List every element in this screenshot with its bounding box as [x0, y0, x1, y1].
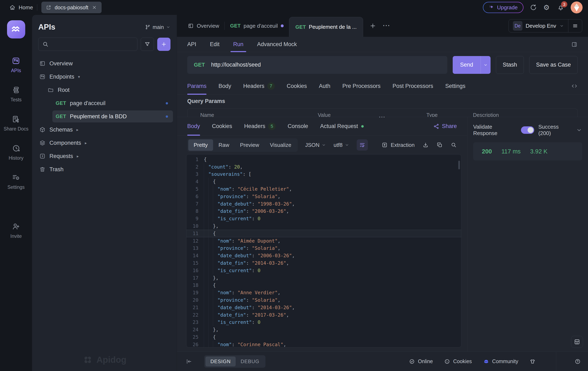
mode-visualize[interactable]: Visualize [264, 139, 297, 151]
code-line[interactable]: 13"province": "Solaria", [186, 245, 461, 252]
code-line[interactable]: 26"nom": "Corinne Pascal", [186, 341, 461, 347]
code-line[interactable]: 2"count": 20, [186, 163, 461, 171]
share-button[interactable]: Share [433, 117, 457, 135]
collapse-sidebar-icon[interactable] [186, 358, 192, 365]
mode-preview[interactable]: Preview [235, 139, 264, 151]
code-line[interactable]: 22"date_fin": "2017-03-26", [186, 311, 461, 319]
tree-item-overview[interactable]: Overview [36, 58, 173, 70]
resize-handle[interactable]: ⋯ [379, 113, 386, 121]
environment-selector[interactable]: De Develop Env [509, 19, 582, 32]
debug-mode-button[interactable]: DEBUG [236, 357, 264, 366]
community-button[interactable]: Community [483, 358, 518, 365]
tab-body[interactable]: Body [219, 78, 231, 94]
doc-tab-accueil[interactable]: GET page d'acceuil [225, 23, 289, 29]
code-line[interactable]: 24}, [186, 326, 461, 333]
stash-button[interactable]: Stash [496, 56, 524, 74]
code-line[interactable]: 6"province": "Solaria", [186, 193, 461, 200]
new-tab-button[interactable] [369, 22, 376, 29]
code-line[interactable]: 9"is_current": 0 [186, 215, 461, 222]
code-line[interactable]: 1{ [186, 156, 461, 163]
code-line[interactable]: 15"date_fin": "2014-03-26", [186, 259, 461, 267]
wrap-lines-button[interactable] [357, 139, 368, 151]
scrollbar-thumb[interactable] [458, 161, 460, 169]
online-status[interactable]: Online [409, 358, 433, 365]
code-line[interactable]: 3"souverains": [ [186, 171, 461, 178]
mode-pretty[interactable]: Pretty [188, 139, 213, 151]
tab-edit[interactable]: Edit [210, 37, 220, 52]
tab-params[interactable]: Params [187, 78, 207, 94]
code-line[interactable]: 18{ [186, 282, 461, 289]
send-button[interactable]: Send [453, 56, 491, 74]
tab-response-body[interactable]: Body [187, 117, 200, 135]
settings-gear-icon[interactable]: ⚙ [543, 4, 551, 11]
code-line[interactable]: 10}, [186, 222, 461, 230]
tab-headers[interactable]: Headers 7 [243, 78, 275, 94]
code-snippet-icon[interactable] [571, 83, 578, 89]
tab-actual-request[interactable]: Actual Request [320, 117, 364, 135]
encoding-select[interactable]: utf8 [334, 142, 349, 148]
url-input[interactable]: GET http://localhost/seed [187, 56, 447, 74]
tree-item-endpoints[interactable]: Endpoints ▾ [36, 71, 173, 83]
rail-item-invite[interactable]: Invite [10, 222, 22, 239]
tab-console[interactable]: Console [288, 117, 308, 135]
home-button[interactable]: Home [9, 4, 33, 11]
code-line[interactable]: 16"is_current": 0 [186, 267, 461, 274]
code-line[interactable]: 20"province": "Solaria", [186, 296, 461, 304]
search-input[interactable] [38, 38, 137, 51]
tab-run[interactable]: Run [233, 37, 243, 52]
doc-tab-overview[interactable]: Overview [182, 23, 224, 29]
rail-item-settings[interactable]: Settings [8, 173, 25, 190]
tab-settings[interactable]: Settings [445, 78, 465, 94]
doc-tab-peuplement-active[interactable]: GET Peuplement de la ... [289, 17, 363, 37]
tab-post-processors[interactable]: Post Processors [392, 78, 433, 94]
environment-value[interactable]: De Develop Env [509, 21, 568, 31]
upgrade-button[interactable]: Upgrade [483, 2, 524, 13]
app-logo[interactable] [7, 20, 25, 39]
more-tabs-button[interactable]: ⋯ [383, 22, 389, 29]
code-line[interactable]: 8"date_fin": "2006-03-26", [186, 208, 461, 215]
rail-item-share-docs[interactable]: Share Docs [3, 114, 28, 132]
filter-button[interactable] [141, 38, 154, 51]
env-menu-button[interactable] [568, 20, 582, 32]
tab-advanced-mock[interactable]: Advanced Mock [257, 37, 297, 52]
cookies-button[interactable]: Cookies [444, 358, 472, 365]
notifications-bell[interactable]: 3 [557, 4, 564, 11]
tree-item-endpoint-accueil[interactable]: GET page d'acceuil [52, 97, 173, 109]
tree-item-trash[interactable]: Trash [36, 163, 173, 175]
copy-icon[interactable] [437, 142, 443, 148]
code-line[interactable]: 14"date_debut": "2006-03-26", [186, 252, 461, 259]
tab-api[interactable]: API [187, 37, 196, 52]
code-line[interactable]: 5"nom": "Cécile Pelletier", [186, 185, 461, 193]
code-line[interactable]: 19"nom": "Anne Verdier", [186, 289, 461, 296]
format-select[interactable]: JSON [305, 142, 326, 148]
tab-response-headers[interactable]: Headers 5 [244, 117, 276, 135]
code-line[interactable]: 7"date_debut": "1998-03-26", [186, 200, 461, 208]
tab-cookies[interactable]: Cookies [287, 78, 307, 94]
help-button[interactable] [567, 352, 588, 371]
response-body-editor[interactable]: 1{2"count": 20,3"souverains": [4{5"nom":… [186, 154, 461, 347]
code-line[interactable]: 12"nom": "Aimée Dupont", [186, 237, 461, 245]
rail-item-history[interactable]: History [9, 144, 24, 161]
code-line[interactable]: 17}, [186, 274, 461, 282]
avatar[interactable] [571, 1, 583, 13]
code-line[interactable]: 21"date_debut": "2014-03-26", [186, 304, 461, 311]
tree-item-root-folder[interactable]: Root [44, 84, 173, 96]
tab-auth[interactable]: Auth [319, 78, 330, 94]
rail-item-apis[interactable]: APIs [11, 56, 21, 73]
mode-raw[interactable]: Raw [213, 139, 235, 151]
close-icon[interactable] [92, 5, 97, 10]
download-icon[interactable] [422, 142, 429, 148]
validate-response-toggle[interactable] [521, 126, 534, 134]
tab-response-cookies[interactable]: Cookies [212, 117, 232, 135]
tree-item-schemas[interactable]: Schemas ▸ [36, 124, 173, 136]
rail-item-tests[interactable]: Tests [10, 85, 22, 103]
chevron-down-icon[interactable] [576, 127, 582, 133]
project-tab[interactable]: docs-pabiosoft [41, 2, 102, 13]
extraction-button[interactable]: Extraction [381, 142, 415, 148]
merch-button[interactable] [529, 358, 536, 365]
tab-pre-processors[interactable]: Pre Processors [342, 78, 381, 94]
tree-item-components[interactable]: Components ▸ [36, 137, 173, 149]
search-response-icon[interactable] [451, 142, 457, 148]
branch-selector[interactable]: main [145, 24, 170, 30]
code-line[interactable]: 25{ [186, 333, 461, 341]
